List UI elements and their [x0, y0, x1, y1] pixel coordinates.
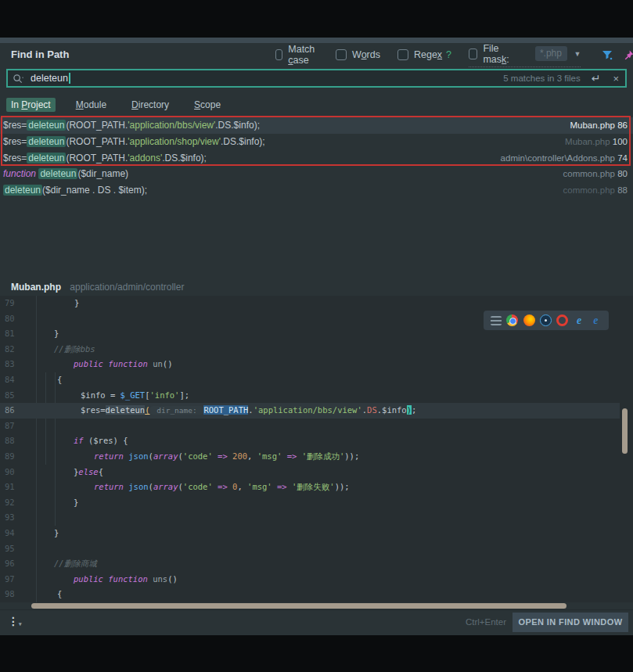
line-number: 82 [5, 342, 15, 358]
result-file-name: Muban.php [565, 137, 613, 146]
code-segment-cmt: //删除bbs [54, 344, 95, 354]
tab-scope[interactable]: Scope [189, 98, 225, 112]
result-line-number: 80 [617, 169, 628, 178]
editor-line[interactable]: 88if ($res) { [0, 433, 633, 449]
help-icon[interactable]: ? [446, 49, 451, 60]
result-file-name: Muban.php [570, 120, 617, 130]
code-segment-kw: array [153, 482, 178, 491]
editor-line[interactable]: 83public function un() [0, 357, 633, 372]
result-line-number: 88 [617, 185, 628, 195]
result-row[interactable]: deleteun($dir_name . DS . $item);common.… [0, 182, 633, 199]
vertical-scrollbar[interactable] [622, 408, 628, 454]
result-row[interactable]: $res=deleteun(ROOT_PATH.'application/bbs… [0, 117, 633, 134]
line-code: { [57, 587, 62, 602]
code-segment-kw: public function [74, 574, 153, 584]
editor-line[interactable]: 90}else{ [0, 465, 633, 480]
tab-directory[interactable]: Directory [127, 98, 174, 112]
more-options-icon[interactable]: ⋮▾ [8, 615, 22, 627]
result-snippet: deleteun($dir_name . DS . $item); [3, 185, 147, 196]
tab-module[interactable]: Module [71, 98, 111, 112]
line-number: 85 [5, 388, 15, 404]
firefox-icon[interactable] [523, 314, 535, 326]
editor-line[interactable]: 84{ [0, 372, 633, 388]
editor-line[interactable]: 92} [0, 495, 633, 511]
editor-line[interactable]: 82//删除bbs [0, 342, 633, 358]
checkbox-label: File mask: [483, 43, 517, 65]
line-number: 83 [5, 357, 15, 372]
editor-line[interactable]: 85$info = $_GET['info']; [0, 388, 633, 404]
option-checkbox-match-case[interactable]: Match case [275, 44, 318, 66]
line-code: { [57, 372, 62, 388]
file-mask-group: File mask: *.php ▼ [469, 43, 581, 67]
enter-icon[interactable]: ↵ [592, 72, 601, 84]
opera-icon[interactable] [556, 314, 568, 326]
line-code: } [54, 526, 59, 541]
horizontal-scrollbar[interactable] [31, 603, 566, 609]
line-code: } [54, 326, 59, 342]
open-in-find-window-button[interactable]: OPEN IN FIND WINDOW [513, 613, 628, 632]
file-mask-select[interactable]: *.php [535, 46, 567, 61]
line-number: 87 [5, 419, 15, 434]
search-options-row: Match caseWordsRegex? File mask: *.php ▼ [275, 46, 633, 63]
search-input[interactable]: deleteun 5 matches in 3 files ↵ × [6, 69, 627, 88]
code-segment-d: } [54, 528, 59, 537]
editor-line[interactable]: 96//删除商城 [0, 556, 633, 572]
line-number: 91 [5, 480, 15, 495]
code-segment-d: } [54, 329, 59, 338]
code-segment-fn: json [128, 451, 148, 461]
editor-line[interactable]: 98{ [0, 587, 633, 602]
code-segment-str: 'info' [150, 390, 180, 400]
result-row[interactable]: function deleteun($dir_name)common.php 8… [0, 166, 633, 182]
edge-icon[interactable]: e [590, 314, 602, 326]
editor-line[interactable]: 79} [0, 296, 633, 311]
editor-line[interactable]: 89return json(array('code' => 200, 'msg'… [0, 449, 633, 465]
line-number: 88 [5, 433, 15, 449]
find-in-path-dialog: Find in Path Match caseWordsRegex? File … [0, 38, 633, 635]
checkbox-box[interactable] [469, 49, 477, 59]
chevron-down-icon[interactable]: ▼ [574, 50, 581, 58]
editor-line[interactable]: 97public function uns() [0, 572, 633, 588]
code-preview-editor[interactable]: 79}8081}82//删除bbs83public function un()8… [0, 296, 633, 602]
checkbox-box[interactable] [397, 49, 408, 60]
code-segment-d: ]; [179, 390, 189, 400]
code-segment-d: (ROOT_PATH. [66, 153, 128, 164]
checkbox-label: Match case [288, 44, 318, 66]
close-icon[interactable]: × [613, 73, 619, 84]
file-mask-checkbox[interactable]: File mask: [469, 43, 518, 65]
text-caret [69, 73, 70, 84]
editor-line[interactable]: 91return json(array('code' => 0, 'msg' =… [0, 480, 633, 495]
editor-line[interactable]: 93 [0, 510, 633, 526]
code-segment-d: .DS.$info); [221, 136, 265, 147]
editor-line[interactable]: 86$res=deleteun( dir_name: ROOT_PATH.'ap… [0, 403, 620, 419]
pin-icon[interactable] [623, 49, 633, 61]
chrome-icon[interactable] [506, 314, 518, 326]
editor-line[interactable]: 95 [0, 541, 633, 557]
result-line-number: 74 [617, 153, 628, 163]
code-segment-d: )); [335, 482, 350, 491]
footer-divider [0, 609, 633, 610]
tab-in-project[interactable]: In Project [6, 98, 56, 112]
code-segment-str: 'code' [183, 451, 213, 461]
option-checkbox-regex[interactable]: Regex? [397, 49, 451, 60]
code-segment-d: { [99, 467, 103, 476]
checkbox-box[interactable] [275, 49, 282, 60]
editor-line[interactable]: 87 [0, 419, 633, 434]
code-segment-d: $res= [3, 120, 27, 131]
result-row[interactable]: $res=deleteun(ROOT_PATH.'addons'.DS.$inf… [0, 149, 633, 166]
result-row[interactable]: $res=deleteun(ROOT_PATH.'application/sho… [0, 134, 633, 150]
filter-icon[interactable] [601, 49, 613, 61]
line-number: 97 [5, 572, 15, 588]
search-icon[interactable] [13, 74, 24, 84]
search-query: deleteun [31, 73, 68, 84]
checkbox-box[interactable] [336, 49, 347, 60]
editor-line[interactable]: 94} [0, 526, 633, 541]
code-segment-str: 'msg' [247, 482, 272, 491]
code-segment-dim: uns [153, 574, 167, 584]
option-checkbox-words[interactable]: Words [336, 49, 380, 60]
browser-toolbar: ee [484, 311, 609, 330]
safari-icon[interactable] [540, 314, 552, 326]
code-segment-d: $info = [81, 390, 120, 400]
ie-icon[interactable]: e [574, 314, 585, 326]
code-segment-op: => [218, 451, 228, 461]
lines-icon[interactable] [491, 316, 502, 325]
